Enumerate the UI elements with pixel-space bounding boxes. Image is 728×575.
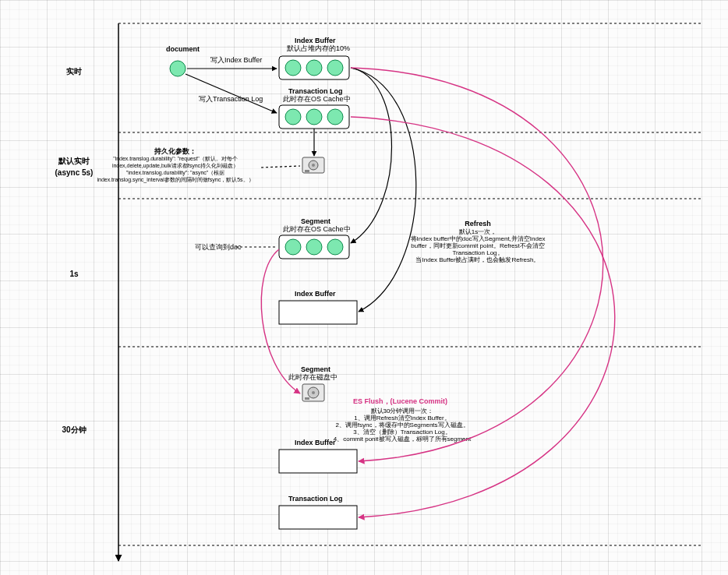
refresh-l3: buffer，同时更新commit point。Refrest不会清空 xyxy=(411,242,544,249)
translog-top-title: Transaction Log xyxy=(288,87,343,95)
note-to-disk-dash xyxy=(261,166,300,168)
durability-l4: "index.translog.durability": "async"（根据 xyxy=(126,170,225,176)
svg-point-1 xyxy=(285,60,301,76)
curve-indexbuf-to-indexbuf-mid xyxy=(351,68,416,312)
arrow-to-translog xyxy=(186,74,277,113)
svg-point-3 xyxy=(327,60,343,76)
svg-rect-21 xyxy=(279,450,357,473)
svg-point-10 xyxy=(312,164,315,167)
row-label-default-realtime: 默认实时 xyxy=(58,157,90,165)
svg-rect-11 xyxy=(305,170,309,172)
document-icon xyxy=(170,61,186,76)
svg-rect-20 xyxy=(305,397,309,400)
refresh-l5: 当Index Buffer被占满时，也会触发Refresh。 xyxy=(415,256,539,263)
index-buffer-top-title: Index Buffer xyxy=(295,37,336,44)
translog-bot-title: Transaction Log xyxy=(288,495,343,503)
row-label-30min: 30分钟 xyxy=(62,425,86,434)
row-label-default-realtime-sub: (async 5s) xyxy=(55,168,94,177)
svg-point-19 xyxy=(312,391,315,394)
disk-icon-segment xyxy=(302,384,324,401)
svg-point-15 xyxy=(327,239,343,255)
index-buffer-top: Index Buffer 默认占堆内存的10% xyxy=(279,37,350,79)
row-label-1s: 1s xyxy=(69,270,79,278)
segment-disk-title: Segment xyxy=(301,365,330,373)
flush-note: ES Flush，(Lucene Commit) 默认30分钟调用一次： 1、调… xyxy=(334,397,472,443)
refresh-note: Refresh 默认1s一次， 将Index buffer中的doc写入Segm… xyxy=(410,220,546,263)
svg-point-2 xyxy=(306,60,322,76)
refresh-l2: 将Index buffer中的doc写入Segment,并清空Index xyxy=(410,235,546,242)
curve-indexbuf-to-segment xyxy=(351,68,392,243)
can-query-doc: 可以查询到doc xyxy=(195,243,242,251)
svg-point-14 xyxy=(306,239,322,255)
flush-l4: 3、清空（删除）Transaction Log。 xyxy=(353,429,451,436)
durability-note: 持久化参数： "index.translog.durability": "req… xyxy=(97,147,253,183)
refresh-l1: 默认1s一次， xyxy=(458,228,497,235)
durability-l1: 持久化参数： xyxy=(154,147,196,155)
refresh-title: Refresh xyxy=(465,220,491,228)
segment-os-cache: Segment 此时存在OS Cache中 xyxy=(279,217,351,259)
arrow-label-translog: 写入Transaction Log xyxy=(199,95,263,103)
arrow-label-index-buffer: 写入Index Buffer xyxy=(210,56,262,64)
flush-title: ES Flush，(Lucene Commit) xyxy=(353,397,447,405)
flush-l1: 默认30分钟调用一次： xyxy=(370,407,434,414)
svg-point-6 xyxy=(306,109,322,125)
index-buffer-bot-title: Index Buffer xyxy=(295,439,336,446)
index-buffer-bottom: Index Buffer xyxy=(279,439,357,473)
transaction-log-top: Transaction Log 此时存在OS Cache中 xyxy=(279,87,351,129)
flush-l5: 4、commit ponit被写入磁盘，标明了所有segment xyxy=(334,436,472,443)
svg-point-5 xyxy=(285,109,301,125)
document-label: document xyxy=(166,45,200,53)
svg-point-7 xyxy=(327,109,343,125)
row-label-realtime: 实时 xyxy=(66,67,82,76)
flush-l2: 1、调用Refresh清空Index Buffer。 xyxy=(354,414,450,422)
svg-rect-16 xyxy=(279,301,357,324)
segment-disk: Segment 此时存在磁盘中 xyxy=(288,365,337,401)
durability-l3: index,delete,update,bulk请求都fsync持久化到磁盘） xyxy=(112,163,239,169)
refresh-l4: Transaction Log。 xyxy=(452,249,503,256)
pink-translog-to-bot xyxy=(351,117,615,517)
segment-os-subtitle: 此时存在OS Cache中 xyxy=(283,225,351,233)
disk-icon-durability xyxy=(302,157,324,173)
segment-os-title: Segment xyxy=(301,217,330,225)
index-buffer-mid: Index Buffer xyxy=(279,290,357,324)
durability-l2: "index.translog.durability": "request"（默… xyxy=(113,156,238,162)
translog-top-subtitle: 此时存在OS Cache中 xyxy=(283,95,351,103)
svg-point-13 xyxy=(285,239,301,255)
flush-l3: 2、调用fsync，将缓存中的Segments写入磁盘。 xyxy=(335,422,468,429)
transaction-log-bottom: Transaction Log xyxy=(279,495,357,529)
durability-l5: index.translog.sync_interval参数的间隔时间做fsyn… xyxy=(97,177,253,183)
segment-disk-subtitle: 此时存在磁盘中 xyxy=(288,373,337,381)
index-buffer-mid-title: Index Buffer xyxy=(295,290,336,298)
index-buffer-top-subtitle: 默认占堆内存的10% xyxy=(286,44,350,52)
svg-rect-22 xyxy=(279,506,357,529)
